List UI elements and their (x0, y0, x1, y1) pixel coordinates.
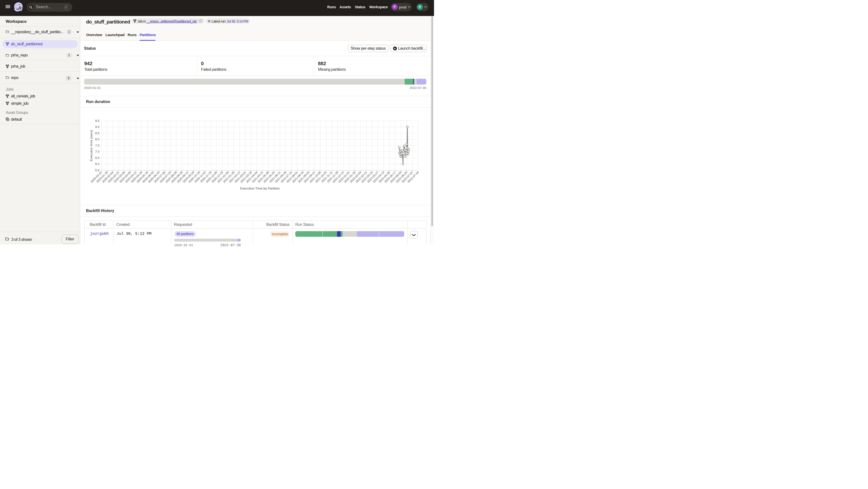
svg-text:Execution time (secs): Execution time (secs) (90, 130, 93, 161)
svg-text:7.5: 7.5 (95, 144, 99, 147)
svg-text:9.0: 9.0 (95, 125, 99, 129)
svg-text:5.5: 5.5 (95, 169, 99, 172)
svg-text:9.5: 9.5 (95, 119, 99, 123)
svg-text:6.5: 6.5 (95, 156, 99, 160)
svg-text:7.0: 7.0 (95, 150, 99, 153)
svg-text:6.0: 6.0 (95, 162, 99, 166)
svg-text:Execution Time by Partition: Execution Time by Partition (240, 187, 280, 190)
svg-text:8.0: 8.0 (95, 138, 99, 141)
svg-text:8.5: 8.5 (95, 132, 99, 135)
